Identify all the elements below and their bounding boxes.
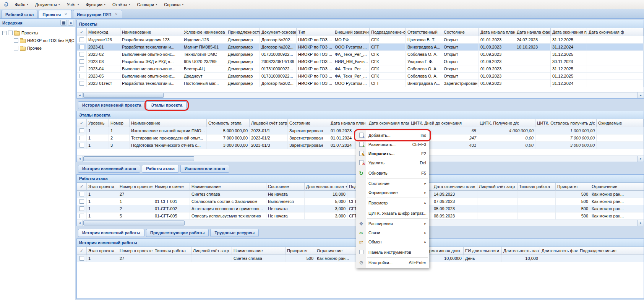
context-menu-item[interactable]: ↻ОбновитьF5	[356, 169, 429, 178]
row-checkbox[interactable]	[79, 59, 84, 64]
column-header[interactable]: Дата окончания ф	[587, 28, 644, 36]
column-header[interactable]: Состояние	[288, 119, 329, 127]
row-checkbox-cell[interactable]	[77, 142, 87, 149]
context-menu-item[interactable]: Панель инструментов	[356, 248, 429, 257]
column-header[interactable]: Документ-основан	[260, 28, 297, 36]
column-header[interactable]: Подразделение-от	[370, 28, 406, 36]
row-checkbox-cell[interactable]	[77, 58, 87, 65]
column-header[interactable]: Типовая работа	[517, 183, 556, 191]
row-checkbox[interactable]	[79, 52, 84, 57]
column-header[interactable]: Длительность фак	[540, 247, 578, 255]
context-menu-item[interactable]: Состояние▸	[356, 179, 429, 188]
scrollbar-thumb[interactable]	[83, 221, 185, 225]
row-checkbox-cell[interactable]	[77, 198, 87, 205]
scroll-right-icon[interactable]: ▸	[638, 220, 644, 226]
menubar-item[interactable]: Учёт▾	[63, 1, 83, 8]
context-menu-item[interactable]: Просмотр▸	[356, 198, 429, 208]
context-menu-item[interactable]: Формирование▸	[356, 188, 429, 197]
row-checkbox-cell[interactable]	[77, 255, 87, 262]
column-header[interactable]: Внешний заказчик	[333, 28, 370, 36]
window-tab[interactable]: Инструкции ПУП×	[73, 10, 122, 18]
context-menu-item[interactable]: ∞Связи▸	[356, 228, 429, 237]
row-checkbox[interactable]	[79, 214, 84, 218]
column-header[interactable]: Состояние	[442, 28, 479, 36]
scroll-right-icon[interactable]: ▸	[638, 156, 644, 162]
detail-tab[interactable]: Этапы проекта	[147, 101, 187, 109]
detail-tab[interactable]: Исполнители этапа	[180, 165, 229, 173]
column-header[interactable]: Наименование	[190, 183, 266, 191]
column-header[interactable]: ✓	[77, 247, 87, 255]
table-row[interactable]: 2023-01тестРазработка технологии и...Пос…	[77, 80, 644, 87]
column-header[interactable]: ЦИТК. Получено д/с	[478, 119, 535, 127]
row-checkbox-cell[interactable]	[77, 51, 87, 58]
column-header[interactable]: Состояние	[266, 183, 305, 191]
context-menu-item[interactable]: ⚙Настройки...Alt+Enter	[356, 258, 429, 267]
column-header[interactable]: Ответственный	[406, 28, 442, 36]
column-header[interactable]: Наименование	[232, 247, 286, 255]
tree-checkbox[interactable]	[14, 38, 18, 43]
scroll-left-icon[interactable]: ◂	[77, 92, 83, 98]
column-header[interactable]: Уровень	[87, 119, 109, 127]
detail-tab[interactable]: История изменений проекта	[78, 101, 145, 109]
column-header[interactable]: Дата начала факт	[515, 28, 551, 36]
row-checkbox-cell[interactable]	[77, 44, 87, 51]
column-header[interactable]: Типовая работа	[153, 247, 191, 255]
row-checkbox[interactable]	[79, 128, 84, 133]
scrollbar-thumb[interactable]	[83, 93, 164, 98]
menubar-item[interactable]: Документы▾	[32, 1, 63, 8]
column-header[interactable]: Номер в смете	[153, 183, 190, 191]
row-checkbox[interactable]	[79, 256, 84, 261]
column-header[interactable]: Мнемокод	[87, 28, 120, 36]
row-checkbox-cell[interactable]	[77, 80, 87, 87]
row-checkbox[interactable]	[79, 66, 84, 71]
column-header[interactable]: Дата начала план.	[479, 28, 515, 36]
column-header[interactable]: Приоритет	[556, 183, 590, 191]
column-header[interactable]: Приоритет	[286, 247, 315, 255]
table-row[interactable]: 2023-01Разработка технологии и...Магнит …	[77, 44, 644, 51]
row-checkbox[interactable]	[79, 45, 84, 49]
column-header[interactable]: Этап проекта	[87, 247, 118, 255]
column-header[interactable]: Принадлежность	[226, 28, 260, 36]
row-checkbox-cell[interactable]	[77, 191, 87, 198]
column-header[interactable]: Дата окончания пл	[551, 28, 587, 36]
menubar-item[interactable]: Файл▾	[11, 1, 32, 8]
column-header[interactable]: Стоимость этапа	[207, 119, 250, 127]
row-checkbox-cell[interactable]	[77, 205, 87, 212]
column-header[interactable]: Номер в проекте	[118, 183, 153, 191]
row-checkbox-cell[interactable]	[77, 127, 87, 135]
context-menu-item[interactable]: Исправить...F2	[356, 149, 429, 158]
column-header[interactable]: ✓	[77, 119, 87, 127]
table-row[interactable]: 2023-04Выполнение опытно-конс...Вектор-А…	[77, 65, 644, 73]
table-row[interactable]: 2023-02Выполнение опытно-конс...Технолог…	[77, 51, 644, 58]
tab-close-icon[interactable]: ×	[63, 12, 68, 17]
column-header[interactable]: Наименование	[130, 119, 207, 127]
column-header[interactable]: Ограничение	[590, 183, 644, 191]
scrollbar-track[interactable]	[83, 92, 638, 98]
row-checkbox[interactable]	[79, 192, 84, 196]
sidebar-grid-view-icon[interactable]: ▦	[60, 20, 67, 26]
column-header[interactable]: ✓	[77, 28, 87, 36]
row-checkbox-cell[interactable]	[77, 65, 87, 73]
column-header[interactable]: Длительность пла	[502, 247, 540, 255]
column-header[interactable]: ✓	[77, 183, 87, 191]
tree-expander-icon[interactable]: −	[2, 31, 6, 35]
detail-tab[interactable]: Трудовые ресурсы	[210, 229, 259, 237]
projects-hscrollbar[interactable]: ◂ ▸	[77, 92, 644, 98]
detail-tab[interactable]: История изменений этапа	[78, 165, 140, 173]
row-checkbox[interactable]	[79, 143, 84, 148]
row-checkbox-cell[interactable]	[77, 73, 87, 80]
column-header[interactable]: Наименование	[120, 28, 182, 36]
tree-item[interactable]: Прочее	[1, 44, 74, 52]
column-header[interactable]: Номер	[109, 119, 130, 127]
detail-tab[interactable]: История изменений работы	[78, 229, 144, 237]
tree-item[interactable]: НИОКР по ГОЗ без НДС	[1, 37, 74, 44]
column-header[interactable]: Ожидаемые	[597, 119, 644, 127]
column-header[interactable]: ЦИТК. Дней до окончания	[409, 119, 478, 127]
table-row[interactable]: Изделие123Разработка изделия 123Изделие-…	[77, 36, 644, 44]
scroll-left-icon[interactable]: ◂	[77, 220, 83, 226]
context-menu-item[interactable]: Добавить...Ins	[356, 131, 429, 140]
table-row[interactable]: 2023-03Разработка ЭКД и РКД н...905-U020…	[77, 58, 644, 65]
column-header[interactable]: Лицевой счёт затрат	[250, 119, 288, 127]
column-header[interactable]: Дата начала план	[329, 119, 367, 127]
row-checkbox[interactable]	[79, 74, 84, 78]
